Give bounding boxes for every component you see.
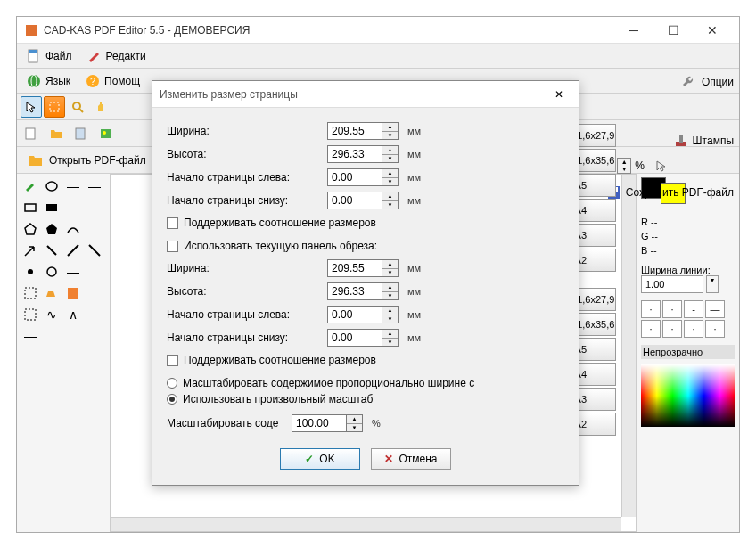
svg-rect-11 <box>76 128 85 139</box>
menu-edit[interactable]: Редакти <box>81 46 152 66</box>
square-sel-tool[interactable] <box>21 306 40 323</box>
marquee-tool[interactable] <box>21 284 40 302</box>
left-spinner[interactable]: ▲▼ <box>382 168 399 186</box>
width-input[interactable] <box>327 122 382 140</box>
open-pdf-button[interactable]: Открыть PDF-файл <box>21 151 153 170</box>
svg-point-23 <box>28 269 33 274</box>
bottom-input[interactable] <box>327 192 382 209</box>
h-tool[interactable]: — <box>63 263 83 281</box>
stamps-button[interactable]: Штампы <box>673 133 734 149</box>
diag2-tool[interactable] <box>85 241 104 259</box>
radio-free[interactable] <box>167 394 177 405</box>
width2-spinner[interactable]: ▲▼ <box>382 259 399 277</box>
image-button[interactable] <box>95 123 117 144</box>
width2-input[interactable] <box>327 259 382 277</box>
height2-label: Высота: <box>167 285 327 298</box>
minus-tool[interactable]: — <box>21 327 40 345</box>
line-tool[interactable]: — <box>63 177 83 195</box>
menu-file[interactable]: Файл <box>21 46 78 66</box>
pentagon-tool[interactable] <box>21 220 40 238</box>
pattern-8[interactable]: · <box>705 320 725 338</box>
svg-marker-21 <box>25 224 36 234</box>
left2-spinner[interactable]: ▲▼ <box>382 306 399 323</box>
left-label: Начало страницы слева: <box>167 171 327 184</box>
wave-tool[interactable]: ∿ <box>42 306 62 323</box>
bucket-tool[interactable] <box>42 284 62 302</box>
linewidth-label: Ширина линии: <box>641 265 735 275</box>
menu-options-area: Опции <box>680 74 734 90</box>
left2-input[interactable] <box>327 306 382 323</box>
aspect-checkbox[interactable] <box>167 217 178 229</box>
menu-help[interactable]: ? Помощ <box>79 71 145 91</box>
properties-panel: R -- G -- B -- Ширина линии: ▾ · · - — ·… <box>637 174 739 532</box>
check-icon: ✓ <box>305 453 314 465</box>
menu-options-label[interactable]: Опции <box>702 76 734 88</box>
pattern-6[interactable]: · <box>662 320 682 338</box>
rect-fill-tool[interactable] <box>42 199 62 217</box>
color-picker[interactable] <box>641 364 735 427</box>
gradient-tool[interactable] <box>63 284 83 302</box>
select-tool[interactable] <box>44 96 65 118</box>
menu-language[interactable]: Язык <box>21 71 76 91</box>
aspect-label: Поддерживать соотношение размеров <box>184 217 376 229</box>
close-button[interactable]: ✕ <box>693 18 732 43</box>
cursor-tool[interactable] <box>21 96 42 118</box>
trim-label: Использовать текущую панель обреза: <box>184 240 377 252</box>
height-spinner[interactable]: ▲▼ <box>382 145 399 163</box>
ring-tool[interactable] <box>42 263 62 281</box>
aspect2-checkbox[interactable] <box>167 355 178 366</box>
pentagon-fill-tool[interactable] <box>42 220 62 238</box>
menu-language-label: Язык <box>45 75 70 87</box>
arrow-tool[interactable] <box>21 241 40 259</box>
linewidth-input[interactable] <box>641 275 703 293</box>
bottom2-input[interactable] <box>327 329 382 347</box>
left-input[interactable] <box>327 168 382 186</box>
width-unit: мм <box>407 126 421 136</box>
height2-spinner[interactable]: ▲▼ <box>382 282 399 300</box>
save-pdf-button[interactable]: Сохранить PDF-файл <box>606 184 734 200</box>
height-input[interactable] <box>327 145 382 163</box>
pattern-5[interactable]: · <box>641 320 661 338</box>
dot-tool[interactable] <box>21 263 40 281</box>
maximize-button[interactable]: ☐ <box>653 18 693 43</box>
minimize-button[interactable]: ─ <box>614 18 653 43</box>
scale-input[interactable] <box>292 414 347 432</box>
horizontal-scrollbar[interactable] <box>111 517 621 531</box>
radio-prop-label: Масштабировать содержимое пропорциональн… <box>183 377 474 389</box>
brush-tool[interactable] <box>21 177 40 195</box>
bottom2-spinner[interactable]: ▲▼ <box>382 329 399 347</box>
width-spinner[interactable]: ▲▼ <box>382 122 399 140</box>
curve-tool[interactable] <box>63 220 83 238</box>
pattern-dash[interactable]: - <box>684 300 703 318</box>
dialog-close-button[interactable]: ✕ <box>546 84 571 105</box>
cursor-icon <box>655 159 668 172</box>
tri-tool[interactable]: — <box>63 199 83 217</box>
trim-checkbox[interactable] <box>167 241 178 252</box>
diag-tool[interactable] <box>63 241 83 259</box>
bottom-label: Начало страницы снизу: <box>167 194 327 207</box>
radio-proportional[interactable] <box>167 378 177 389</box>
svg-marker-22 <box>46 224 57 234</box>
hand-tool[interactable] <box>90 96 111 118</box>
ellipse-tool[interactable] <box>42 177 62 195</box>
vertical-scrollbar[interactable] <box>621 175 636 517</box>
pen-tool[interactable] <box>42 241 62 259</box>
pattern-solid[interactable]: — <box>705 300 725 318</box>
pattern-none[interactable]: · <box>641 300 661 318</box>
height2-input[interactable] <box>327 282 382 300</box>
caret-tool[interactable]: ∧ <box>63 306 83 323</box>
new-doc-button[interactable] <box>21 123 42 144</box>
tri2-tool[interactable]: — <box>85 199 104 217</box>
rect-tool[interactable] <box>21 199 40 217</box>
zoom-tool[interactable] <box>67 96 88 118</box>
stamps-label: Штампы <box>693 135 734 147</box>
open-folder-button[interactable] <box>45 123 67 144</box>
cancel-button[interactable]: ✕ Отмена <box>371 448 451 470</box>
scale-spinner[interactable]: ▲▼ <box>347 414 363 432</box>
line2-tool[interactable]: — <box>85 177 104 195</box>
blank-doc-button[interactable] <box>70 123 92 144</box>
pattern-7[interactable]: · <box>684 320 703 338</box>
pattern-dot[interactable]: · <box>662 300 682 318</box>
bottom-spinner[interactable]: ▲▼ <box>382 192 399 209</box>
ok-button[interactable]: ✓ OK <box>280 448 360 470</box>
